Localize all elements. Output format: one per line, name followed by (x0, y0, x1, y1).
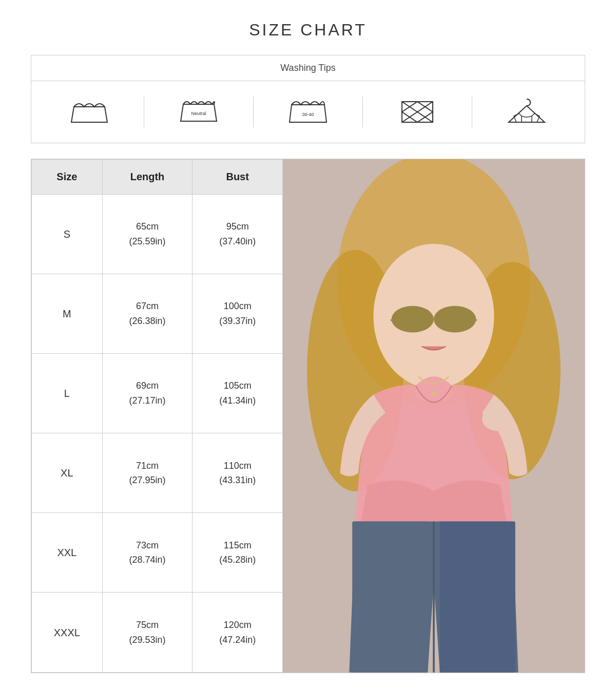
size-table: Size Length Bust S65cm (25.59in)95cm (37… (31, 159, 283, 673)
size-cell: L (32, 354, 103, 433)
main-section: Size Length Bust S65cm (25.59in)95cm (37… (31, 159, 585, 673)
temperature-wash-icon: 30-40 (287, 97, 329, 127)
bust-cell: 105cm (41.34in) (192, 354, 283, 433)
size-cell: XXL (32, 513, 103, 593)
divider-2 (253, 97, 254, 127)
neutral-wash-icon: Neutral (178, 97, 219, 127)
svg-rect-18 (352, 522, 428, 673)
washing-icons-row: Neutral 30-40 (31, 81, 585, 143)
table-row: L69cm (27.17in)105cm (41.34in) (32, 354, 283, 433)
table-row: XXXL75cm (29.53in)120cm (47.24in) (32, 593, 283, 672)
divider-4 (472, 97, 472, 127)
size-cell: XL (32, 433, 103, 513)
svg-point-16 (482, 407, 512, 431)
size-cell: M (32, 274, 103, 354)
table-row: XL71cm (27.95in)110cm (43.31in) (32, 433, 283, 513)
table-row: XXL73cm (28.74in)115cm (45.28in) (32, 513, 283, 593)
size-cell: S (32, 195, 103, 274)
length-cell: 65cm (25.59in) (102, 195, 192, 274)
divider-1 (144, 97, 144, 127)
no-tumble-dry-icon (397, 97, 438, 127)
size-cell: XXXL (32, 593, 103, 672)
gentle-wash-icon (69, 97, 110, 127)
svg-point-12 (434, 306, 476, 333)
length-cell: 69cm (27.17in) (102, 354, 192, 433)
svg-text:Neutral: Neutral (191, 111, 206, 116)
col-header-length: Length (102, 160, 192, 195)
length-cell: 75cm (29.53in) (102, 593, 192, 672)
model-photo (283, 159, 585, 673)
washing-tips-header: Washing Tips (31, 55, 585, 81)
table-row: S65cm (25.59in)95cm (37.40in) (32, 195, 283, 274)
length-cell: 71cm (27.95in) (102, 433, 192, 513)
table-row: M67cm (26.38in)100cm (39.37in) (32, 274, 283, 354)
bust-cell: 110cm (43.31in) (192, 433, 283, 513)
bust-cell: 95cm (37.40in) (192, 195, 283, 274)
length-cell: 67cm (26.38in) (102, 274, 192, 354)
length-cell: 73cm (28.74in) (102, 513, 192, 593)
page-title: SIZE CHART (31, 21, 585, 40)
svg-rect-19 (440, 522, 515, 673)
col-header-bust: Bust (192, 160, 283, 195)
svg-point-20 (431, 391, 436, 396)
bust-cell: 115cm (45.28in) (192, 513, 283, 593)
washing-section: Washing Tips Neutral (31, 55, 585, 143)
svg-point-11 (392, 306, 434, 333)
bust-cell: 100cm (39.37in) (192, 274, 283, 354)
divider-3 (362, 97, 363, 127)
svg-point-10 (373, 244, 494, 389)
svg-text:30-40: 30-40 (302, 112, 314, 117)
hang-dry-icon (506, 97, 547, 127)
bust-cell: 120cm (47.24in) (192, 593, 283, 672)
col-header-size: Size (32, 160, 103, 195)
